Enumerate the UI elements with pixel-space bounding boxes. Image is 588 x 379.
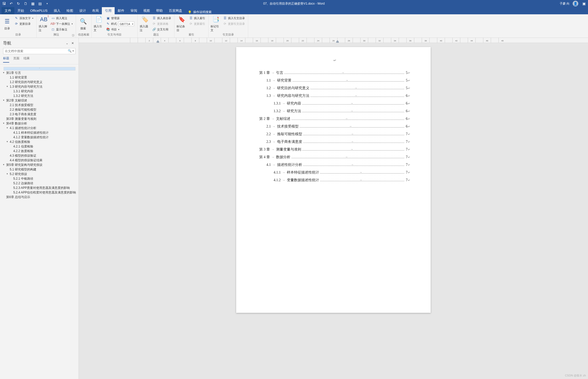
nav-heading-item[interactable]: 1.3.1 研究内容	[2, 89, 78, 94]
add-text-button[interactable]: ✎添加文字▾	[13, 15, 34, 21]
nav-heading-item[interactable]: 5.1 研究模型的构建	[2, 167, 78, 172]
tab-help[interactable]: 帮助	[153, 7, 166, 14]
citation-style-dropdown[interactable]: ✎样式:GB7714	[105, 21, 135, 27]
tab-file[interactable]: 文件	[2, 7, 14, 14]
nav-heading-item[interactable]: 4.2.1 信度检验	[2, 144, 78, 149]
tab-design[interactable]: 设计	[76, 7, 89, 14]
nav-heading-item[interactable]: 第6章 总结与启示	[2, 195, 78, 199]
tell-me-search[interactable]: 💡 操作说明搜索	[188, 10, 212, 14]
tab-review[interactable]: 审阅	[127, 7, 140, 14]
tab-view[interactable]: 视图	[140, 7, 153, 14]
document-scroll[interactable]: ↵ 第 1 章→引言5↵1.1→研究背景5↵1.2→研究目的与研究意义5↵1.3…	[79, 43, 588, 379]
toc-entry[interactable]: 1.3.1→研究内容6↵	[259, 101, 410, 106]
nav-heading-item[interactable]: ▾4.1 描述性统计分析	[2, 126, 78, 130]
tab-layout[interactable]: 布局	[89, 7, 102, 14]
new-doc-icon[interactable]: 🗋	[23, 1, 28, 6]
mark-entry-button[interactable]: 🔖 标记条目	[177, 15, 187, 32]
horizontal-ruler[interactable]: 2468101214161820222426283032343638404244…	[79, 38, 588, 43]
nav-collapse-icon[interactable]: ⌄	[64, 40, 70, 46]
toc-entry[interactable]: 2.3→电子商务满意度7↵	[259, 140, 410, 144]
toc-entry[interactable]: 1.1→研究背景5↵	[259, 78, 410, 83]
insert-endnote-button[interactable]: ▭插入尾注	[50, 15, 74, 21]
twist-icon[interactable]: ▾	[3, 122, 6, 125]
twist-icon[interactable]: ▾	[3, 71, 6, 75]
nav-tab-pages[interactable]: 页面	[13, 56, 19, 63]
nav-heading-item[interactable]: 4.1.1 样本特征描述性统计	[2, 130, 78, 135]
nav-heading-item[interactable]: ▾4.2 信效度检验	[2, 140, 78, 144]
twist-icon[interactable]: ▾	[7, 140, 10, 144]
qat-customize-icon[interactable]: ▾	[45, 1, 50, 6]
form-icon[interactable]: ▤	[37, 1, 42, 6]
nav-close-icon[interactable]: ✕	[70, 40, 75, 46]
nav-top-blank-item[interactable]: ⌃	[4, 67, 75, 71]
nav-heading-item[interactable]: 5.2.4 APP信任程度对使用意愿及满意度的影响	[2, 190, 78, 195]
toc-entry[interactable]: 2.1→技术接受模型6↵	[259, 124, 410, 129]
nav-heading-item[interactable]: 4.4 模型的假设验证结果	[2, 158, 78, 163]
nav-tab-headings[interactable]: 标题	[3, 56, 9, 63]
nav-heading-item[interactable]: ▾1.3 研究内容与研究方法	[2, 84, 78, 89]
tab-references[interactable]: 引用	[102, 7, 115, 14]
tab-insert[interactable]: 插入	[51, 7, 63, 14]
insert-authorities-button[interactable]: ☰插入引文目录	[222, 15, 246, 21]
tab-officeplus[interactable]: OfficePLUS	[27, 7, 51, 14]
nav-headings-tree[interactable]: ⌃ ▾第1章 引言1.1 研究背景1.2 研究目的与研究意义▾1.3 研究内容与…	[0, 64, 79, 379]
document-page[interactable]: ↵ 第 1 章→引言5↵1.1→研究背景5↵1.2→研究目的与研究意义5↵1.3…	[236, 47, 431, 313]
toc-entry[interactable]: 第 4 章→数据分析7↵	[259, 155, 410, 159]
toc-entry[interactable]: 2.2→推敲可能性模型7↵	[259, 132, 410, 136]
insert-citation-button[interactable]: 📄 插入引文	[94, 15, 104, 32]
citation-style-value[interactable]: GB7714	[118, 21, 134, 26]
table-icon[interactable]: ▦	[30, 1, 35, 6]
toc-entry[interactable]: 第 1 章→引言5↵	[259, 71, 410, 75]
nav-heading-item[interactable]: 2.3 电子商务满意度	[2, 112, 78, 117]
twist-icon[interactable]: ▾	[3, 99, 6, 102]
toc-entry[interactable]: 第 2 章→文献综述6↵	[259, 117, 410, 121]
twist-icon[interactable]: ▾	[3, 163, 6, 167]
nav-heading-item[interactable]: 第3章 测量变量与准则	[2, 117, 78, 121]
nav-heading-item[interactable]: 1.2 研究目的与研究意义	[2, 80, 78, 84]
toc-entry[interactable]: 1.2→研究目的与研究意义5↵	[259, 86, 410, 90]
nav-heading-item[interactable]: ▾5.2 研究假设	[2, 172, 78, 176]
insert-table-figures-button[interactable]: ☰插入表目录	[151, 15, 172, 21]
nav-heading-item[interactable]: 4.1.2 变量数据描述性统计	[2, 135, 78, 140]
nav-heading-item[interactable]: 1.1 研究背景	[2, 75, 78, 80]
manage-sources-button[interactable]: ▣管理源	[105, 15, 135, 21]
tab-home[interactable]: 开始	[14, 7, 27, 14]
toc-entry[interactable]: 1.3→研究内容与研究方法6↵	[259, 94, 410, 98]
nav-tab-results[interactable]: 结果	[24, 56, 30, 63]
tab-mailings[interactable]: 邮件	[115, 7, 127, 14]
nav-heading-item[interactable]: ▾第4章 数据分析	[2, 121, 78, 126]
tab-baidudisk[interactable]: 百度网盘	[166, 7, 185, 14]
insert-index-button[interactable]: ☰插入索引	[188, 15, 206, 21]
toc-entry[interactable]: 第 3 章→测量变量与准则7↵	[259, 147, 410, 152]
cross-reference-button[interactable]: 🔗交叉引用	[151, 27, 172, 32]
twist-icon[interactable]: ▾	[7, 126, 10, 130]
nav-heading-item[interactable]: 2.1 技术接受模型	[2, 103, 78, 107]
search-button[interactable]: 🔍 搜索	[78, 15, 88, 32]
undo-icon[interactable]: ↶	[9, 1, 14, 6]
insert-footnote-button[interactable]: AB1 插入脚注	[39, 15, 49, 32]
save-icon[interactable]: 🖫	[2, 1, 7, 6]
nav-heading-item[interactable]: 5.2.1 中枢路径	[2, 176, 78, 181]
footnote-launcher-icon[interactable]: ◲	[72, 34, 74, 37]
nav-heading-item[interactable]: 5.2.2 边缘路径	[2, 181, 78, 186]
twist-icon[interactable]: ▾	[7, 172, 10, 176]
user-name[interactable]: 子豪 向	[560, 2, 570, 6]
mark-citation-button[interactable]: 📑 标记引文	[211, 15, 221, 32]
nav-heading-item[interactable]: 4.2.2 效度检验	[2, 149, 78, 153]
user-avatar-icon[interactable]: 👤	[573, 1, 578, 6]
toc-entry[interactable]: 4.1.1→样本特征描述性统计7↵	[259, 170, 410, 175]
nav-heading-item[interactable]: 2.2 推敲可能性模型	[2, 107, 78, 112]
toc-button[interactable]: ☰ 目录	[2, 15, 12, 32]
toc-entry[interactable]: 4.1.2→变量数据描述性统计7↵	[259, 178, 410, 182]
show-notes-button[interactable]: ◻显示备注	[50, 27, 74, 32]
tab-draw[interactable]: 绘图	[63, 7, 76, 14]
nav-heading-item[interactable]: ▾第1章 引言	[2, 71, 78, 75]
twist-icon[interactable]: ▾	[7, 85, 10, 88]
search-icon[interactable]: 🔍 ▾	[68, 49, 74, 53]
update-toc-button[interactable]: ⟳更新目录	[13, 21, 34, 27]
toc-entry[interactable]: 1.3.2→研究方法6↵	[259, 109, 410, 113]
next-footnote-button[interactable]: AB¹下一条脚注▾	[50, 21, 74, 27]
nav-search-input[interactable]	[3, 48, 75, 54]
ribbon-display-icon[interactable]: ▣	[581, 1, 586, 6]
nav-heading-item[interactable]: 1.3.2 研究方法	[2, 94, 78, 98]
